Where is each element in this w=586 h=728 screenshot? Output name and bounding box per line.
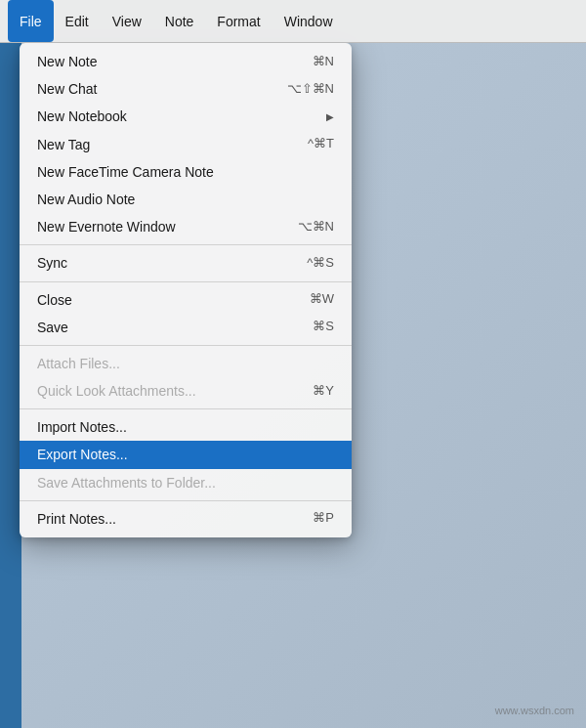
menubar-window-label: Window: [284, 14, 333, 29]
menubar-file-label: File: [20, 14, 42, 29]
menu-item-new-chat[interactable]: New Chat ⌥⇧⌘N: [20, 75, 352, 103]
menu-item-new-tag-shortcut: ^⌘T: [308, 136, 334, 152]
menu-item-export-notes[interactable]: Export Notes...: [20, 441, 352, 468]
menubar-view-label: View: [112, 14, 142, 29]
separator-3: [20, 345, 352, 346]
menu-item-new-notebook[interactable]: New Notebook ▶: [20, 103, 352, 130]
separator-1: [20, 244, 352, 245]
menubar-edit-label: Edit: [65, 14, 89, 29]
menu-item-new-window-shortcut: ⌥⌘N: [298, 219, 334, 236]
menu-item-new-notebook-label: New Notebook: [37, 107, 307, 125]
menu-item-close[interactable]: Close ⌘W: [20, 286, 352, 314]
separator-5: [20, 500, 352, 501]
menubar-edit[interactable]: Edit: [54, 0, 101, 42]
menu-item-attach-files-label: Attach Files...: [37, 355, 334, 372]
menubar-window[interactable]: Window: [272, 0, 345, 42]
menu-item-new-note-shortcut: ⌘N: [313, 54, 334, 70]
menubar-note[interactable]: Note: [153, 0, 206, 42]
menu-item-save[interactable]: Save ⌘S: [20, 314, 352, 341]
menu-item-quick-look-label: Quick Look Attachments...: [37, 382, 293, 400]
file-dropdown-menu: New Note ⌘N New Chat ⌥⇧⌘N New Notebook ▶…: [20, 43, 352, 537]
menu-item-export-notes-label: Export Notes...: [37, 446, 334, 463]
menu-item-save-shortcut: ⌘S: [313, 319, 334, 335]
menu-item-new-window[interactable]: New Evernote Window ⌥⌘N: [20, 213, 352, 240]
menubar: File Edit View Note Format Window: [0, 0, 586, 43]
menu-item-new-audio[interactable]: New Audio Note: [20, 186, 352, 213]
menu-item-attach-files[interactable]: Attach Files...: [20, 350, 352, 377]
separator-2: [20, 281, 352, 282]
menu-item-new-tag-label: New Tag: [37, 136, 288, 153]
dropdown-overlay: New Note ⌘N New Chat ⌥⇧⌘N New Notebook ▶…: [0, 43, 586, 728]
menu-item-close-label: Close: [37, 291, 290, 309]
separator-4: [20, 408, 352, 409]
menu-item-close-shortcut: ⌘W: [310, 291, 334, 308]
menu-item-new-facetime[interactable]: New FaceTime Camera Note: [20, 158, 352, 186]
menu-item-sync-label: Sync: [37, 254, 287, 272]
menu-item-new-note[interactable]: New Note ⌘N: [20, 48, 352, 75]
menu-item-save-attachments-label: Save Attachments to Folder...: [37, 474, 334, 492]
menu-item-new-chat-label: New Chat: [37, 80, 268, 98]
submenu-arrow-icon: ▶: [326, 110, 334, 123]
menu-item-new-audio-label: New Audio Note: [37, 191, 334, 208]
menu-item-save-attachments[interactable]: Save Attachments to Folder...: [20, 469, 352, 496]
menu-item-sync-shortcut: ^⌘S: [307, 255, 334, 272]
menu-item-new-facetime-label: New FaceTime Camera Note: [37, 163, 334, 181]
menu-item-import-notes-label: Import Notes...: [37, 418, 334, 436]
menu-item-print-notes-label: Print Notes...: [37, 510, 293, 528]
menu-item-quick-look[interactable]: Quick Look Attachments... ⌘Y: [20, 377, 352, 405]
menu-item-import-notes[interactable]: Import Notes...: [20, 413, 352, 441]
menu-item-print-notes-shortcut: ⌘P: [313, 510, 334, 527]
menu-item-new-tag[interactable]: New Tag ^⌘T: [20, 131, 352, 158]
menubar-format[interactable]: Format: [205, 0, 272, 42]
menu-item-new-chat-shortcut: ⌥⇧⌘N: [287, 81, 334, 98]
menubar-view[interactable]: View: [101, 0, 153, 42]
menubar-format-label: Format: [217, 14, 260, 29]
menu-item-sync[interactable]: Sync ^⌘S: [20, 249, 352, 277]
menu-item-new-window-label: New Evernote Window: [37, 218, 278, 236]
menubar-note-label: Note: [165, 14, 194, 29]
menu-item-save-label: Save: [37, 319, 293, 336]
menu-item-print-notes[interactable]: Print Notes... ⌘P: [20, 505, 352, 533]
menu-item-quick-look-shortcut: ⌘Y: [313, 383, 334, 400]
menu-item-new-note-label: New Note: [37, 53, 293, 70]
menubar-file[interactable]: File: [8, 0, 54, 42]
